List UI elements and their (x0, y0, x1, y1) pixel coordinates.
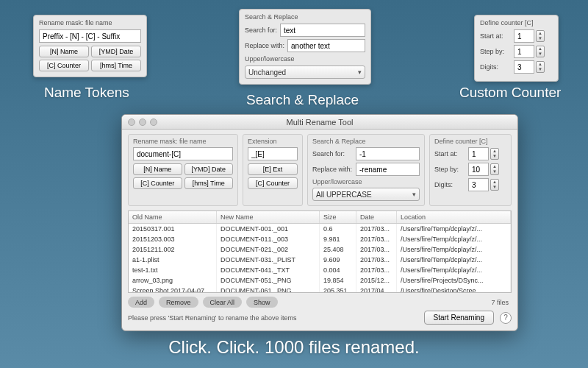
stepper-icon[interactable]: ▲▼ (536, 61, 545, 73)
table-cell: arrow_03.png (129, 275, 217, 286)
col-old-name[interactable]: Old Name (129, 211, 217, 223)
step-by-label: Step by: (480, 48, 511, 55)
search-for-input[interactable] (280, 24, 365, 37)
replace-with-input[interactable] (287, 39, 365, 52)
token-name-button[interactable]: [N] Name (39, 46, 89, 57)
main-window: Multi Rename Tool Rename mask: file name… (121, 114, 518, 331)
group-title: Extension (248, 138, 298, 145)
tagline: Click. Click. 1000 files renamed. (168, 337, 419, 358)
search-for-label: Search for: (312, 150, 353, 158)
table-cell: DOCUMENT-031._PLIST (217, 255, 320, 265)
clear-all-button[interactable]: Clear All (203, 297, 243, 308)
start-at-input[interactable] (514, 29, 534, 43)
table-row[interactable]: a1-1.plistDOCUMENT-031._PLIST9.6092017/0… (129, 255, 511, 265)
start-at-input[interactable] (468, 147, 489, 160)
caption-search-replace: Search & Replace (246, 92, 359, 108)
panel-title: Search & Replace (245, 13, 365, 21)
col-location[interactable]: Location (397, 211, 511, 223)
col-size[interactable]: Size (320, 211, 356, 223)
token-ymd-button[interactable]: [YMD] Date (91, 46, 141, 57)
case-select[interactable]: All UPPERCASE (312, 188, 420, 201)
search-replace-panel: Search & Replace Search for: Replace wit… (239, 9, 371, 85)
table-header: Old Name New Name Size Date Location (129, 211, 511, 224)
table-body: 20150317.001DOCUMENT-001._0010.62017/03.… (129, 224, 511, 293)
stepper-icon[interactable]: ▲▼ (536, 30, 545, 42)
token-counter-button[interactable]: [C] Counter (133, 177, 182, 189)
caption-name-tokens: Name Tokens (44, 85, 129, 101)
caption-custom-counter: Custom Counter (459, 85, 561, 101)
remove-button[interactable]: Remove (159, 297, 198, 308)
table-cell: DOCUMENT-061._PNG (217, 286, 320, 293)
table-cell: /Users/fire/Projects/DSync... (397, 275, 511, 286)
table-cell: 9.981 (320, 234, 356, 244)
case-title: Upper/lowercase (245, 55, 365, 63)
replace-with-label: Replace with: (312, 166, 353, 173)
token-ext-button[interactable]: [E] Ext (248, 163, 298, 175)
stepper-icon[interactable]: ▲▼ (536, 46, 545, 57)
table-cell: /Users/fire/Temp/dcplay/z/... (397, 265, 511, 275)
digits-input[interactable] (514, 60, 534, 74)
token-hms-button[interactable]: [hms] Time (184, 177, 234, 189)
token-counter-button[interactable]: [C] Counter (248, 177, 298, 189)
table-cell: test-1.txt (129, 265, 217, 275)
table-cell: 19.854 (320, 275, 356, 286)
start-at-label: Start at: (434, 150, 465, 158)
case-select[interactable]: Unchanged (245, 66, 365, 79)
group-title: Search & Replace (312, 138, 420, 145)
mask-input[interactable] (133, 147, 233, 160)
table-cell: 205.351 (320, 286, 356, 293)
show-button[interactable]: Show (246, 297, 278, 308)
counter-panel: Define counter [C] Start at:▲▼ Step by:▲… (474, 15, 559, 82)
case-title: Upper/lowercase (312, 178, 420, 185)
replace-with-input[interactable] (356, 163, 420, 176)
search-for-label: Search for: (245, 26, 277, 34)
table-row[interactable]: Screen Shot 2017-04-07 a...DOCUMENT-061.… (129, 286, 511, 293)
table-cell: DOCUMENT-051._PNG (217, 275, 320, 286)
table-cell: /Users/fire/Temp/dcplay/z/... (397, 255, 511, 265)
panel-title: Define counter [C] (480, 19, 553, 26)
table-row[interactable]: 20150317.001DOCUMENT-001._0010.62017/03.… (129, 224, 511, 234)
token-counter-button[interactable]: [C] Counter (39, 60, 89, 71)
table-cell: 2017/03... (356, 234, 397, 244)
stepper-icon[interactable]: ▲▼ (490, 163, 499, 175)
help-icon[interactable]: ? (500, 312, 512, 324)
stepper-icon[interactable]: ▲▼ (490, 179, 499, 191)
table-cell: 2017/03... (356, 265, 397, 275)
add-button[interactable]: Add (128, 297, 154, 308)
group-title: Rename mask: file name (133, 138, 233, 145)
col-new-name[interactable]: New Name (217, 211, 320, 223)
table-cell: DOCUMENT-021._002 (217, 244, 320, 255)
search-for-input[interactable] (356, 147, 420, 160)
table-cell: /Users/fire/Desktop/Scree... (397, 286, 511, 293)
col-date[interactable]: Date (356, 211, 397, 223)
step-by-input[interactable] (514, 45, 534, 58)
step-by-input[interactable] (468, 163, 489, 176)
step-by-label: Step by: (434, 166, 465, 173)
window-title: Multi Rename Tool (122, 118, 517, 127)
table-row[interactable]: arrow_03.pngDOCUMENT-051._PNG19.8542015/… (129, 275, 511, 286)
panel-title: Rename mask: file name (39, 19, 141, 26)
table-row[interactable]: 20151203.003DOCUMENT-011._0039.9812017/0… (129, 234, 511, 244)
counter-group: Define counter [C] Start at:▲▼ Step by:▲… (429, 134, 512, 206)
table-row[interactable]: 20151211.002DOCUMENT-021._00225.4082017/… (129, 244, 511, 255)
rename-mask-input[interactable] (39, 29, 141, 43)
table-cell: 25.408 (320, 244, 356, 255)
search-replace-group: Search & Replace Search for: Replace wit… (307, 134, 425, 206)
file-count: 7 files (491, 299, 509, 306)
table-cell: /Users/fire/Temp/dcplay/z/... (397, 224, 511, 234)
digits-label: Digits: (480, 63, 511, 71)
stepper-icon[interactable]: ▲▼ (490, 148, 499, 160)
table-cell: 2017/03... (356, 244, 397, 255)
digits-input[interactable] (468, 178, 489, 191)
table-row[interactable]: test-1.txtDOCUMENT-041._TXT0.0042017/03.… (129, 265, 511, 275)
table-cell: 9.609 (320, 255, 356, 265)
start-renaming-button[interactable]: Start Renaming (424, 311, 494, 325)
table-cell: Screen Shot 2017-04-07 a... (129, 286, 217, 293)
ext-input[interactable] (248, 147, 298, 160)
table-cell: 2017/03... (356, 255, 397, 265)
table-cell: DOCUMENT-041._TXT (217, 265, 320, 275)
replace-with-label: Replace with: (245, 42, 284, 49)
token-name-button[interactable]: [N] Name (133, 163, 182, 175)
token-hms-button[interactable]: [hms] Time (91, 60, 141, 71)
token-ymd-button[interactable]: [YMD] Date (184, 163, 234, 175)
